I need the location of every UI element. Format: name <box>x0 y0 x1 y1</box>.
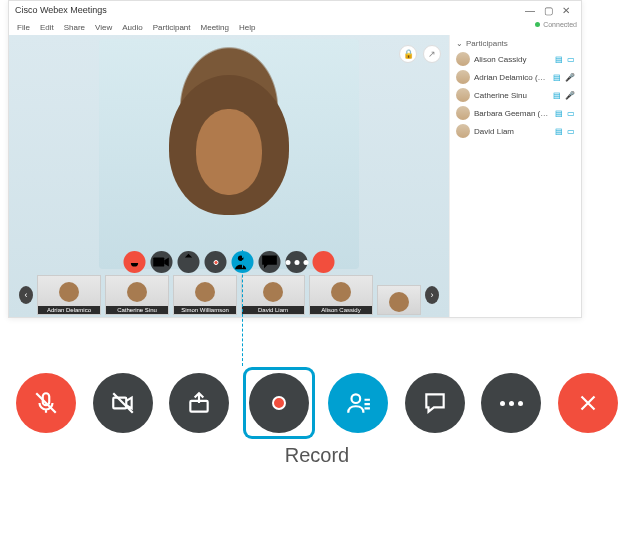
menu-meeting[interactable]: Meeting <box>201 23 229 32</box>
svg-rect-0 <box>153 257 164 266</box>
cam-icon: 🎤 <box>565 91 575 100</box>
cam-icon: ▭ <box>567 55 575 64</box>
participant-row[interactable]: Catherine Sinu▤🎤 <box>456 88 575 102</box>
mic-icon: ▤ <box>555 55 563 64</box>
cam-icon: ▭ <box>567 127 575 136</box>
mic-icon: ▤ <box>553 91 561 100</box>
self-view[interactable] <box>377 285 421 315</box>
minimize-button[interactable]: — <box>521 5 539 16</box>
menu-participant[interactable]: Participant <box>153 23 191 32</box>
video-button[interactable] <box>151 251 173 273</box>
participants-panel: Connected ⌄ Participants Alison Cassidy▤… <box>449 35 581 317</box>
cam-icon: 🎤 <box>565 73 575 82</box>
more-button[interactable] <box>286 251 308 273</box>
maximize-button[interactable]: ▢ <box>539 5 557 16</box>
scroll-left-button[interactable]: ‹ <box>19 286 33 304</box>
menu-file[interactable]: File <box>17 23 30 32</box>
menubar: File Edit Share View Audio Participant M… <box>9 19 581 35</box>
record-button-large[interactable] <box>246 370 312 436</box>
record-dot-icon <box>272 396 286 410</box>
chat-button-large[interactable] <box>405 373 465 433</box>
participant-row[interactable]: Alison Cassidy▤▭ <box>456 52 575 66</box>
menu-view[interactable]: View <box>95 23 112 32</box>
participant-row[interactable]: David Liam▤▭ <box>456 124 575 138</box>
thumbnail-2[interactable]: Catherine Sinu <box>105 275 169 315</box>
connection-status: Connected <box>535 21 577 28</box>
video-area: ⊞ Catherine Sinu ⟳ 🔒 ↗ <box>9 35 449 317</box>
presenter-video <box>99 39 359 269</box>
leave-button-large[interactable] <box>558 373 618 433</box>
participants-header[interactable]: ⌄ Participants <box>456 39 575 48</box>
menu-help[interactable]: Help <box>239 23 255 32</box>
svg-point-5 <box>352 394 361 403</box>
mic-icon: ▤ <box>553 73 561 82</box>
mute-button-large[interactable] <box>16 373 76 433</box>
chat-button[interactable] <box>259 251 281 273</box>
expand-icon[interactable]: ↗ <box>423 45 441 63</box>
video-button-large[interactable] <box>93 373 153 433</box>
callout-line <box>242 250 243 366</box>
share-button-large[interactable] <box>169 373 229 433</box>
more-button-large[interactable] <box>481 373 541 433</box>
close-window-button[interactable]: ✕ <box>557 5 575 16</box>
app-title: Cisco Webex Meetings <box>15 5 107 15</box>
menu-share[interactable]: Share <box>64 23 85 32</box>
record-label: Record <box>0 444 634 467</box>
thumbnail-1[interactable]: Adrian Delamico <box>37 275 101 315</box>
meeting-controls-large <box>16 370 618 436</box>
scroll-right-button[interactable]: › <box>425 286 439 304</box>
thumbnail-4[interactable]: David Liam <box>241 275 305 315</box>
mic-icon: ▤ <box>555 109 563 118</box>
menu-edit[interactable]: Edit <box>40 23 54 32</box>
participant-row[interactable]: Barbara Geeman (Me)▤▭ <box>456 106 575 120</box>
thumbnail-5[interactable]: Alison Cassidy <box>309 275 373 315</box>
mute-button[interactable] <box>124 251 146 273</box>
lock-icon[interactable]: 🔒 <box>399 45 417 63</box>
thumbnail-strip: ‹ Adrian Delamico Catherine Sinu Simon W… <box>19 275 439 315</box>
titlebar: Cisco Webex Meetings — ▢ ✕ <box>9 1 581 19</box>
meeting-controls-small <box>124 251 335 273</box>
record-button-small[interactable] <box>205 251 227 273</box>
cam-icon: ▭ <box>567 109 575 118</box>
menu-audio[interactable]: Audio <box>122 23 142 32</box>
participant-row[interactable]: Adrian Delamico (Host)▤🎤 <box>456 70 575 84</box>
leave-button[interactable] <box>313 251 335 273</box>
record-dot-icon <box>213 260 218 265</box>
participants-button-large[interactable] <box>328 373 388 433</box>
share-button[interactable] <box>178 251 200 273</box>
mic-icon: ▤ <box>555 127 563 136</box>
app-window: Cisco Webex Meetings — ▢ ✕ File Edit Sha… <box>8 0 582 318</box>
thumbnail-3[interactable]: Simon Williamson <box>173 275 237 315</box>
